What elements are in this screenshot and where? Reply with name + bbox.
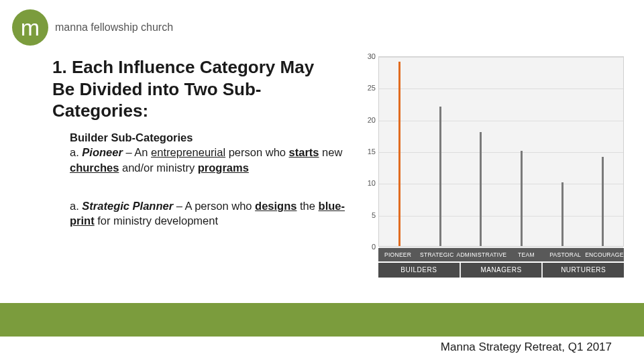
chart-bar xyxy=(439,107,441,246)
chart-xlabel: TEAM xyxy=(506,248,545,261)
chart-group-label: MANAGERS xyxy=(461,263,543,278)
chart-ytick: 5 xyxy=(356,211,376,219)
chart-xlabel: ADMINISTRATIVE xyxy=(456,248,506,261)
footer-bar xyxy=(0,303,644,337)
chart-ytick: 15 xyxy=(356,147,376,156)
chart-bar xyxy=(398,62,400,246)
chart-plot-area xyxy=(378,56,624,247)
chart-group-labels: BUILDERSMANAGERSNURTURERS xyxy=(378,263,624,278)
chart-ytick: 30 xyxy=(356,52,376,60)
chart-bar xyxy=(602,157,604,246)
chart-xlabel: PIONEER xyxy=(378,248,417,261)
pioneer-line: a. Pioneer – An entrepreneurial person w… xyxy=(70,145,345,175)
slide-heading: 1. Each Influence Category May Be Divide… xyxy=(52,56,341,122)
slide: m manna fellowship church 1. Each Influe… xyxy=(0,0,644,362)
chart-ytick: 10 xyxy=(356,179,376,187)
strategic-planner-block: a. Strategic Planner – A person who desi… xyxy=(70,198,345,229)
builder-subcategories-block: Builder Sub-Categories a. Pioneer – An e… xyxy=(70,130,345,175)
chart-xlabel: PASTORAL xyxy=(546,248,585,261)
influence-chart: 051015202530 PIONEERSTRATEGICADMINISTRAT… xyxy=(356,56,624,278)
builder-title: Builder Sub-Categories xyxy=(70,130,345,145)
chart-x-labels: PIONEERSTRATEGICADMINISTRATIVETEAMPASTOR… xyxy=(378,248,624,261)
chart-xlabel: ENCOURAGE xyxy=(585,248,624,261)
chart-ytick: 0 xyxy=(356,243,376,251)
chart-ytick: 20 xyxy=(356,116,376,124)
strategic-planner-line: a. Strategic Planner – A person who desi… xyxy=(70,198,345,229)
chart-bar xyxy=(561,182,564,246)
logo: m manna fellowship church xyxy=(12,9,173,46)
chart-group-label: NURTURERS xyxy=(543,263,624,278)
logo-text: manna fellowship church xyxy=(55,21,173,34)
logo-circle-icon: m xyxy=(12,9,48,46)
footer-text: Manna Strategy Retreat, Q1 2017 xyxy=(441,341,612,354)
chart-ytick: 25 xyxy=(356,84,376,92)
chart-bar xyxy=(480,132,482,246)
chart-xlabel: STRATEGIC xyxy=(417,248,456,261)
chart-bar xyxy=(521,151,523,246)
chart-group-label: BUILDERS xyxy=(378,263,461,278)
